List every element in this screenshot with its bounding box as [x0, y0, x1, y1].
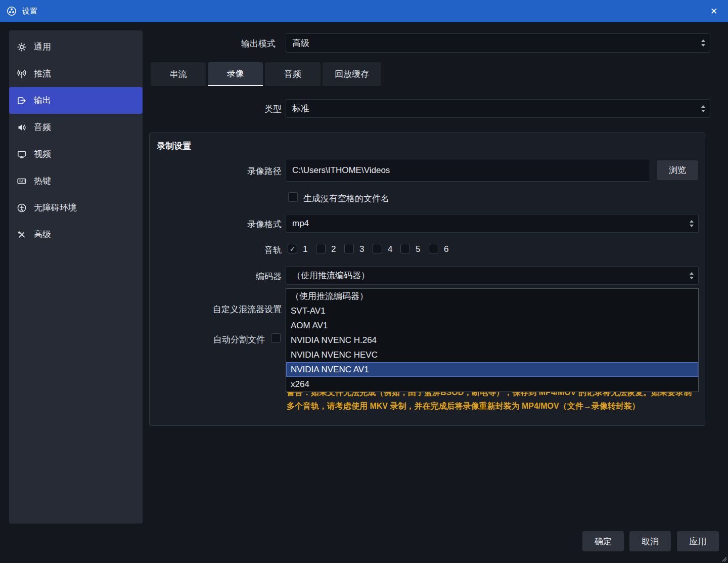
audio-track-label: 音轨	[150, 244, 282, 256]
accessibility-icon	[16, 202, 27, 213]
tools-icon	[16, 229, 27, 240]
output-mode-value: 高级	[292, 37, 309, 49]
recording-format-value: mp4	[292, 219, 309, 229]
sidebar-item-label: 通用	[34, 41, 51, 53]
sidebar-item-label: 热键	[34, 175, 51, 187]
autosplit-label: 自动分割文件	[149, 334, 265, 345]
audio-track-6-checkbox[interactable]	[429, 244, 438, 253]
settings-sidebar: 通用 推流 输出	[9, 30, 143, 524]
type-select[interactable]: 标准	[286, 99, 710, 118]
custom-muxer-label: 自定义混流器设置	[150, 304, 282, 315]
audio-track-3-checkbox[interactable]	[344, 244, 354, 253]
sidebar-item-label: 输出	[34, 95, 51, 106]
tab-audio[interactable]: 音频	[265, 62, 321, 86]
tab-label: 回放缓存	[335, 68, 369, 80]
audio-track-4-checkbox[interactable]	[373, 244, 382, 253]
encoder-option-nvenc-hevc[interactable]: NVIDIA NVENC HEVC	[286, 348, 698, 362]
encoder-option-aom-av1[interactable]: AOM AV1	[286, 318, 698, 333]
recording-format-select[interactable]: mp4	[286, 214, 699, 233]
gear-icon	[16, 41, 27, 53]
sidebar-item-general[interactable]: 通用	[9, 33, 143, 60]
sidebar-item-label: 音频	[34, 121, 51, 133]
audio-track-2-label: 2	[331, 244, 336, 254]
recording-path-input[interactable]	[286, 159, 650, 182]
audio-track-5-label: 5	[416, 244, 420, 254]
resize-grip[interactable]	[721, 556, 726, 561]
spinner-arrows-icon	[701, 39, 705, 47]
audio-track-1-checkbox[interactable]: ✓	[288, 244, 297, 253]
output-mode-label: 输出模式	[149, 38, 276, 50]
spinner-arrows-icon	[690, 220, 694, 227]
recording-format-label: 录像格式	[150, 219, 282, 230]
sidebar-item-accessibility[interactable]: 无障碍环境	[9, 194, 143, 221]
window-title: 设置	[22, 7, 37, 16]
display-icon	[16, 149, 27, 160]
sidebar-item-hotkeys[interactable]: 热键	[9, 167, 143, 194]
type-value: 标准	[292, 103, 309, 114]
type-label: 类型	[150, 103, 282, 115]
encoder-dropdown-list: （使用推流编码器） SVT-AV1 AOM AV1 NVIDIA NVENC H…	[286, 288, 699, 392]
tab-recording[interactable]: 录像	[208, 62, 263, 86]
encoder-label: 编码器	[150, 271, 282, 282]
encoder-value: （使用推流编码器）	[292, 270, 370, 281]
sidebar-item-advanced[interactable]: 高级	[9, 221, 143, 248]
audio-track-3-label: 3	[359, 244, 364, 254]
sidebar-item-label: 高级	[34, 229, 51, 240]
speaker-icon	[16, 122, 27, 133]
encoder-option-x264[interactable]: x264	[286, 377, 698, 392]
encoder-option-nvenc-h264[interactable]: NVIDIA NVENC H.264	[286, 333, 698, 348]
tab-label: 录像	[227, 68, 244, 79]
sidebar-item-stream[interactable]: 推流	[9, 60, 143, 87]
sidebar-item-label: 视频	[34, 148, 51, 160]
output-mode-select[interactable]: 高级	[286, 33, 710, 53]
cancel-button[interactable]: 取消	[629, 531, 671, 551]
encoder-option-use-stream-encoder[interactable]: （使用推流编码器）	[286, 289, 698, 304]
audio-track-6-label: 6	[444, 244, 448, 254]
autosplit-checkbox[interactable]	[271, 333, 281, 343]
browse-button[interactable]: 浏览	[657, 160, 698, 180]
sidebar-item-audio[interactable]: 音频	[9, 114, 143, 141]
antenna-icon	[16, 68, 27, 79]
sidebar-item-output[interactable]: 输出	[9, 87, 143, 114]
encoder-option-nvenc-av1[interactable]: NVIDIA NVENC AV1	[286, 362, 698, 377]
sidebar-item-label: 推流	[34, 68, 51, 79]
audio-track-2-checkbox[interactable]	[316, 244, 326, 253]
tab-label: 音频	[284, 68, 301, 80]
no-space-filename-label: 生成没有空格的文件名	[303, 193, 389, 204]
settings-window: 设置 ✕ 通用 推流	[0, 0, 728, 563]
no-space-filename-checkbox[interactable]	[288, 192, 298, 202]
apply-button[interactable]: 应用	[677, 531, 719, 551]
audio-track-1-label: 1	[303, 244, 307, 254]
ok-button[interactable]: 确定	[582, 531, 624, 551]
recording-path-label: 录像路径	[150, 165, 282, 177]
audio-track-5-checkbox[interactable]	[400, 244, 410, 253]
tab-streaming[interactable]: 串流	[151, 62, 206, 86]
encoder-select[interactable]: （使用推流编码器）	[286, 266, 699, 285]
close-button[interactable]: ✕	[703, 0, 725, 22]
obs-logo-icon	[6, 6, 17, 17]
sidebar-item-label: 无障碍环境	[34, 202, 77, 213]
encoder-option-svt-av1[interactable]: SVT-AV1	[286, 304, 698, 318]
spinner-arrows-icon	[701, 105, 705, 112]
keyboard-icon	[16, 176, 27, 187]
output-icon	[16, 95, 27, 106]
spinner-arrows-icon	[690, 272, 694, 279]
sidebar-item-video[interactable]: 视频	[9, 141, 143, 167]
group-title: 录制设置	[157, 140, 191, 152]
audio-track-4-label: 4	[388, 244, 392, 254]
titlebar: 设置 ✕	[0, 0, 728, 22]
tab-replay-buffer[interactable]: 回放缓存	[323, 62, 381, 86]
tab-label: 串流	[170, 68, 187, 80]
